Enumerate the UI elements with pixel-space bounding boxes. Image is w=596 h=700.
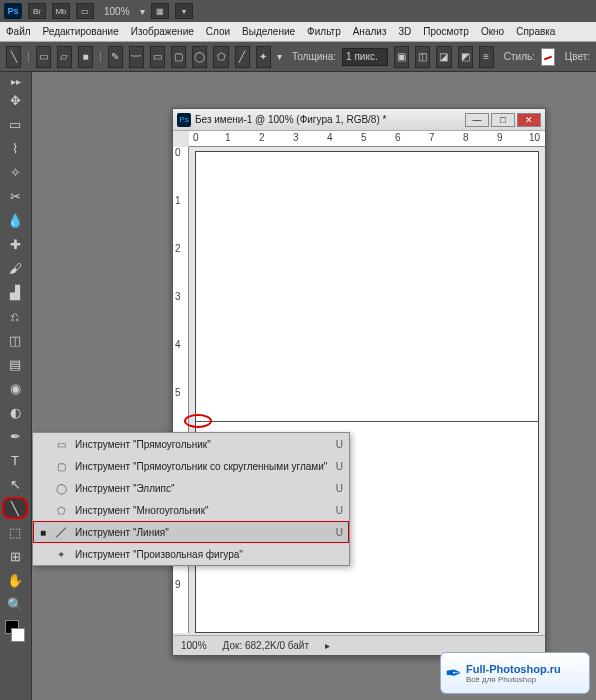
screenmode-icon[interactable]: ▭ bbox=[76, 3, 94, 19]
watermark: ✒ Full-Photoshop.ru Всё для Photoshop bbox=[440, 652, 590, 694]
blur-tool-icon[interactable]: ◉ bbox=[2, 377, 28, 399]
paths-icon[interactable]: ▱ bbox=[57, 46, 72, 68]
zoom-level[interactable]: 100% bbox=[104, 6, 130, 17]
maximize-button[interactable]: □ bbox=[491, 113, 515, 127]
freeform-pen-icon[interactable]: 〰 bbox=[129, 46, 144, 68]
status-arrow-icon[interactable]: ▸ bbox=[325, 640, 330, 651]
crop-tool-icon[interactable]: ✂ bbox=[2, 185, 28, 207]
shape-tool-icon[interactable]: ╲ bbox=[2, 497, 28, 519]
minimize-button[interactable]: — bbox=[465, 113, 489, 127]
eyedropper-tool-icon[interactable]: 💧 bbox=[2, 209, 28, 231]
pen-tool-icon[interactable]: ✒ bbox=[2, 425, 28, 447]
watermark-title: Full-Photoshop.ru bbox=[466, 663, 561, 675]
ruler-horizontal[interactable]: 0 1 2 3 4 5 6 7 8 9 10 bbox=[189, 131, 545, 147]
ellipse-icon: ◯ bbox=[53, 481, 69, 495]
style-swatch[interactable] bbox=[541, 48, 555, 66]
wand-tool-icon[interactable]: ✧ bbox=[2, 161, 28, 183]
roundrect-icon[interactable]: ▢ bbox=[171, 46, 186, 68]
app-title-bar: Ps Br Mb ▭ 100% ▾ ▦ ▾ bbox=[0, 0, 596, 22]
custom-shape-icon[interactable]: ✦ bbox=[256, 46, 271, 68]
menu-layer[interactable]: Слои bbox=[206, 26, 230, 37]
gradient-tool-icon[interactable]: ▤ bbox=[2, 353, 28, 375]
menu-filter[interactable]: Фильтр bbox=[307, 26, 341, 37]
shape-layers-icon[interactable]: ▭ bbox=[36, 46, 51, 68]
flyout-polygon[interactable]: ⬠ Инструмент "Многоугольник" U bbox=[33, 499, 349, 521]
eraser-tool-icon[interactable]: ◫ bbox=[2, 329, 28, 351]
align-icon[interactable]: ≡ bbox=[479, 46, 494, 68]
menu-help[interactable]: Справка bbox=[516, 26, 555, 37]
menu-select[interactable]: Выделение bbox=[242, 26, 295, 37]
3d-camera-icon[interactable]: ⊞ bbox=[2, 545, 28, 567]
pathop-4-icon[interactable]: ◩ bbox=[458, 46, 473, 68]
main-menu: Файл Редактирование Изображение Слои Выд… bbox=[0, 22, 596, 42]
marquee-tool-icon[interactable]: ▭ bbox=[2, 113, 28, 135]
pathop-3-icon[interactable]: ◪ bbox=[436, 46, 451, 68]
document-title: Без имени-1 @ 100% (Фигура 1, RGB/8) * bbox=[195, 114, 463, 125]
menu-view[interactable]: Просмотр bbox=[423, 26, 469, 37]
polygon-icon: ⬠ bbox=[53, 503, 69, 517]
options-bar: ╲ | ▭ ▱ ■ | ✎ 〰 ▭ ▢ ◯ ⬠ ╱ ✦ ▾ Толщина: ▣… bbox=[0, 42, 596, 72]
menu-3d[interactable]: 3D bbox=[398, 26, 411, 37]
brush-tool-icon[interactable]: 🖌 bbox=[2, 257, 28, 279]
doc-ps-icon: Ps bbox=[177, 113, 191, 127]
path-select-icon[interactable]: ↖ bbox=[2, 473, 28, 495]
stamp-tool-icon[interactable]: ▟ bbox=[2, 281, 28, 303]
hand-tool-icon[interactable]: ✋ bbox=[2, 569, 28, 591]
history-brush-icon[interactable]: ⎌ bbox=[2, 305, 28, 327]
ellipse-icon[interactable]: ◯ bbox=[192, 46, 207, 68]
flyout-rounded-rectangle[interactable]: ▢ Инструмент "Прямоугольник со скругленн… bbox=[33, 455, 349, 477]
menu-analysis[interactable]: Анализ bbox=[353, 26, 387, 37]
toolbox: ▸▸ ✥ ▭ ⌇ ✧ ✂ 💧 ✚ 🖌 ▟ ⎌ ◫ ▤ ◉ ◐ ✒ T ↖ ╲ ⬚… bbox=[0, 72, 32, 700]
document-window: Ps Без имени-1 @ 100% (Фигура 1, RGB/8) … bbox=[172, 108, 546, 656]
pathop-1-icon[interactable]: ▣ bbox=[394, 46, 409, 68]
status-zoom[interactable]: 100% bbox=[181, 640, 207, 651]
shape-dropdown-icon[interactable]: ▾ bbox=[277, 51, 282, 62]
ps-logo: Ps bbox=[4, 3, 22, 19]
flyout-ellipse[interactable]: ◯ Инструмент "Эллипс" U bbox=[33, 477, 349, 499]
color-swatch[interactable] bbox=[2, 617, 28, 645]
custom-shape-icon: ✦ bbox=[53, 547, 69, 561]
line-icon[interactable]: ╱ bbox=[235, 46, 250, 68]
line-icon bbox=[53, 525, 69, 539]
zoom-dropdown-icon[interactable]: ▾ bbox=[140, 6, 145, 17]
flyout-rectangle[interactable]: ▭ Инструмент "Прямоугольник" U bbox=[33, 433, 349, 455]
flyout-line[interactable]: ■ Инструмент "Линия" U bbox=[33, 521, 349, 543]
rect-icon[interactable]: ▭ bbox=[150, 46, 165, 68]
thickness-label: Толщина: bbox=[292, 51, 336, 62]
bridge-icon[interactable]: Br bbox=[28, 3, 46, 19]
menu-edit[interactable]: Редактирование bbox=[43, 26, 119, 37]
zoom-tool-icon[interactable]: 🔍 bbox=[2, 593, 28, 615]
roundrect-icon: ▢ bbox=[53, 459, 69, 473]
shape-tool-flyout: ▭ Инструмент "Прямоугольник" U ▢ Инструм… bbox=[32, 432, 350, 566]
minibridge-icon[interactable]: Mb bbox=[52, 3, 70, 19]
close-button[interactable]: ✕ bbox=[517, 113, 541, 127]
color-label: Цвет: bbox=[565, 51, 590, 62]
canvas-area: Ps Без имени-1 @ 100% (Фигура 1, RGB/8) … bbox=[32, 72, 596, 700]
menu-window[interactable]: Окно bbox=[481, 26, 504, 37]
pen-icon[interactable]: ✎ bbox=[108, 46, 123, 68]
extras-icon[interactable]: ▾ bbox=[175, 3, 193, 19]
tool-preset-icon[interactable]: ╲ bbox=[6, 46, 21, 68]
status-docsize[interactable]: Док: 682,2K/0 байт bbox=[223, 640, 309, 651]
thickness-input[interactable] bbox=[342, 48, 388, 66]
watermark-sub: Всё для Photoshop bbox=[466, 675, 561, 684]
healing-tool-icon[interactable]: ✚ bbox=[2, 233, 28, 255]
drawn-line-shape bbox=[196, 421, 538, 422]
move-tool-icon[interactable]: ✥ bbox=[2, 89, 28, 111]
lasso-tool-icon[interactable]: ⌇ bbox=[2, 137, 28, 159]
type-tool-icon[interactable]: T bbox=[2, 449, 28, 471]
pathop-2-icon[interactable]: ◫ bbox=[415, 46, 430, 68]
fill-pixels-icon[interactable]: ■ bbox=[78, 46, 93, 68]
3d-tool-icon[interactable]: ⬚ bbox=[2, 521, 28, 543]
dodge-tool-icon[interactable]: ◐ bbox=[2, 401, 28, 423]
annotation-red-circle bbox=[184, 414, 212, 428]
polygon-icon[interactable]: ⬠ bbox=[213, 46, 228, 68]
flyout-custom-shape[interactable]: ✦ Инструмент "Произвольная фигура" bbox=[33, 543, 349, 565]
document-titlebar[interactable]: Ps Без имени-1 @ 100% (Фигура 1, RGB/8) … bbox=[173, 109, 545, 131]
toolbox-collapse-icon[interactable]: ▸▸ bbox=[2, 76, 29, 87]
menu-image[interactable]: Изображение bbox=[131, 26, 194, 37]
menu-file[interactable]: Файл bbox=[6, 26, 31, 37]
arrange-icon[interactable]: ▦ bbox=[151, 3, 169, 19]
rect-icon: ▭ bbox=[53, 437, 69, 451]
feather-icon: ✒ bbox=[445, 661, 462, 685]
